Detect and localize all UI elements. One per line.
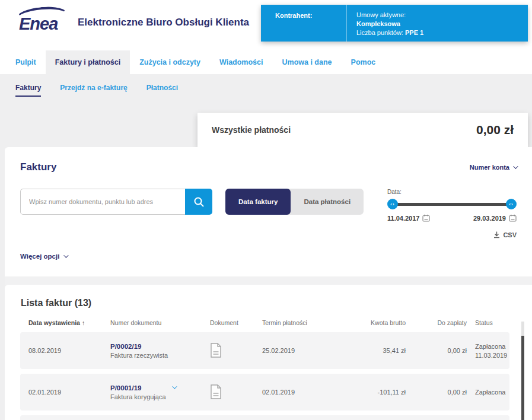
subnav-item-faktury[interactable]: Faktury bbox=[15, 84, 41, 97]
download-icon bbox=[493, 231, 500, 238]
invoice-doc-cell: P/0002/19 Faktura rzeczywista bbox=[110, 343, 210, 359]
contractor-card: Kontrahent: Umowy aktywne: Kompleksowa L… bbox=[261, 5, 528, 42]
sort-arrow-up-icon: ↑ bbox=[82, 319, 85, 326]
invoice-document-cell bbox=[210, 384, 262, 400]
invoice-date: 08.02.2019 bbox=[28, 347, 110, 354]
invoice-to-pay-amount: 0,00 zł bbox=[406, 389, 467, 396]
date-type-toggle: Data faktury Data płatności bbox=[225, 189, 364, 215]
csv-download-link[interactable]: CSV bbox=[493, 231, 517, 238]
column-header-doc-number[interactable]: Numer dokumentu bbox=[110, 319, 210, 326]
date-range-label: Data: bbox=[387, 189, 517, 195]
column-header-date-label: Data wystawienia bbox=[28, 319, 80, 326]
chevron-down-icon bbox=[513, 164, 518, 168]
more-options-toggle[interactable]: Więcej opcji bbox=[20, 253, 67, 260]
invoice-status-label: Zapłacona bbox=[475, 389, 509, 396]
subnav-item-efaktura[interactable]: Przejdź na e-fakturę bbox=[60, 84, 127, 97]
invoice-doc-cell: P/0001/19 Faktura korygująca bbox=[110, 384, 210, 400]
invoice-doc-type: Faktura korygująca bbox=[110, 393, 166, 400]
calendar-icon bbox=[422, 214, 430, 222]
invoice-doc-info: P/0001/19 Faktura korygująca bbox=[110, 384, 166, 400]
date-from-picker[interactable]: 11.04.2017 bbox=[387, 214, 430, 222]
invoice-document-cell bbox=[210, 343, 262, 358]
points-line: Liczba punktów: PPE 1 bbox=[356, 28, 528, 37]
slider-track-line bbox=[391, 203, 513, 206]
panel-gap bbox=[5, 276, 532, 285]
subnav-band: Faktury Przejdź na e-fakturę Płatności W… bbox=[0, 74, 532, 147]
invoice-to-pay-amount: 0,00 zł bbox=[406, 347, 467, 354]
sub-nav: Faktury Przejdź na e-fakturę Płatności bbox=[0, 74, 532, 97]
payments-summary-card: Wszystkie płatności 0,00 zł bbox=[197, 113, 528, 147]
toggle-payment-date-button[interactable]: Data płatności bbox=[291, 189, 364, 215]
main-nav: Pulpit Faktury i płatności Zużycia i odc… bbox=[0, 50, 532, 74]
toggle-invoice-date-button[interactable]: Data faktury bbox=[225, 189, 291, 215]
invoice-table-header: Data wystawienia ↑ Numer dokumentu Dokum… bbox=[20, 319, 509, 326]
search-button[interactable] bbox=[185, 189, 212, 215]
nav-item-pomoc[interactable]: Pomoc bbox=[342, 50, 386, 74]
column-header-due-date[interactable]: Termin płatności bbox=[262, 319, 345, 326]
invoice-doc-number-link[interactable]: P/0001/19 bbox=[110, 384, 166, 392]
csv-row: CSV bbox=[5, 230, 532, 241]
list-scrollbar-thumb[interactable] bbox=[521, 336, 524, 420]
active-contracts-label: Umowy aktywne: bbox=[356, 11, 528, 20]
more-options-label: Więcej opcji bbox=[20, 253, 59, 260]
invoice-doc-info: P/0002/19 Faktura rzeczywista bbox=[110, 343, 168, 359]
date-range-block: Data: ‹› ‹› 11.04.2017 bbox=[387, 189, 517, 222]
invoice-row[interactable]: 08.02.2019 P/0002/19 Faktura rzeczywista… bbox=[20, 332, 509, 369]
invoice-due-date: 02.01.2019 bbox=[262, 389, 345, 396]
payments-summary-label: Wszystkie płatności bbox=[212, 125, 291, 135]
invoice-status-date: 11.03.2019 bbox=[475, 352, 509, 359]
expand-row-chevron-icon[interactable] bbox=[172, 384, 177, 389]
slider-handle-from[interactable]: ‹› bbox=[387, 199, 398, 209]
invoice-row-partial[interactable] bbox=[20, 415, 509, 420]
invoice-status: Zapłacona bbox=[467, 389, 509, 396]
contract-info: Umowy aktywne: Kompleksowa Liczba punktó… bbox=[347, 5, 528, 42]
document-icon[interactable] bbox=[210, 384, 222, 400]
date-range-slider: ‹› ‹› bbox=[387, 199, 517, 209]
chevron-down-icon bbox=[64, 253, 69, 257]
document-icon[interactable] bbox=[210, 343, 222, 358]
invoice-row[interactable]: 02.01.2019 P/0001/19 Faktura korygująca … bbox=[20, 374, 509, 411]
enea-logo[interactable]: Enea bbox=[15, 8, 72, 39]
column-header-gross[interactable]: Kwota brutto bbox=[345, 319, 406, 326]
payments-summary-amount: 0,00 zł bbox=[476, 123, 514, 137]
enea-logo-text: Enea bbox=[19, 14, 58, 34]
date-from-value: 11.04.2017 bbox=[387, 215, 419, 222]
invoice-due-date: 25.02.2019 bbox=[262, 347, 345, 354]
nav-item-wiadomosci[interactable]: Wiadomości bbox=[210, 50, 273, 74]
contract-type: Kompleksowa bbox=[356, 20, 528, 28]
app-title: Elektroniczne Biuro Obsługi Klienta bbox=[78, 17, 249, 28]
column-header-date[interactable]: Data wystawienia ↑ bbox=[28, 319, 110, 326]
search-group bbox=[20, 189, 212, 215]
invoice-status: Zapłacona 11.03.2019 bbox=[467, 343, 509, 359]
invoice-list-panel: Lista faktur (13) Data wystawienia ↑ Num… bbox=[5, 285, 532, 420]
slider-handle-to[interactable]: ‹› bbox=[506, 199, 517, 209]
invoice-list-title: Lista faktur (13) bbox=[5, 285, 532, 308]
content-area: Faktury Numer konta Data faktury Data pł… bbox=[0, 147, 532, 420]
invoice-doc-type: Faktura rzeczywista bbox=[110, 352, 168, 359]
date-to-value: 29.03.2019 bbox=[473, 215, 506, 222]
nav-item-zuzycia-i-odczyty[interactable]: Zużycia i odczyty bbox=[130, 50, 210, 74]
account-number-label: Numer konta bbox=[470, 164, 509, 171]
calendar-icon bbox=[509, 214, 517, 222]
points-value: PPE 1 bbox=[405, 29, 423, 36]
date-range-values: 11.04.2017 29.03.2019 bbox=[387, 214, 517, 222]
invoice-date: 02.01.2019 bbox=[28, 389, 110, 396]
csv-label: CSV bbox=[503, 231, 517, 238]
nav-item-umowa-i-dane[interactable]: Umowa i dane bbox=[273, 50, 342, 74]
account-number-dropdown[interactable]: Numer konta bbox=[470, 164, 517, 171]
search-input[interactable] bbox=[20, 189, 185, 215]
invoice-gross-amount: -101,11 zł bbox=[345, 389, 406, 396]
column-header-to-pay[interactable]: Do zapłaty bbox=[406, 319, 467, 326]
invoice-status-label: Zapłacona bbox=[475, 343, 509, 350]
invoice-doc-number-link[interactable]: P/0002/19 bbox=[110, 343, 168, 350]
subnav-item-platnosci[interactable]: Płatności bbox=[146, 84, 178, 97]
column-header-document[interactable]: Dokument bbox=[210, 319, 262, 326]
date-to-picker[interactable]: 29.03.2019 bbox=[473, 214, 517, 222]
nav-item-faktury-i-platnosci[interactable]: Faktury i płatności bbox=[46, 50, 130, 74]
filters-row: Data faktury Data płatności Data: ‹› ‹› … bbox=[5, 173, 532, 222]
column-header-status[interactable]: Status bbox=[467, 319, 509, 326]
page-header: Enea Elektroniczne Biuro Obsługi Klienta… bbox=[0, 0, 532, 50]
invoice-gross-amount: 35,41 zł bbox=[345, 347, 406, 354]
contractor-label: Kontrahent: bbox=[261, 5, 347, 42]
nav-item-pulpit[interactable]: Pulpit bbox=[6, 50, 46, 74]
